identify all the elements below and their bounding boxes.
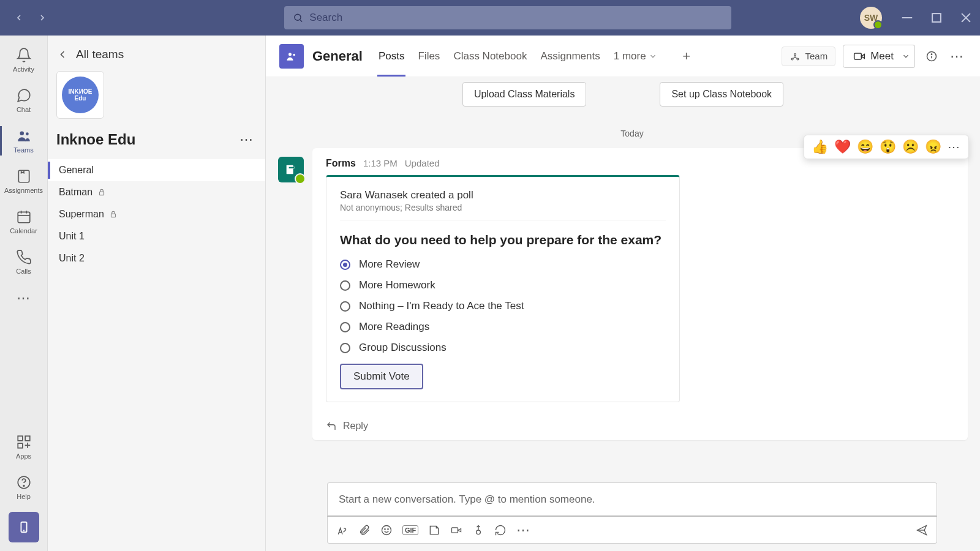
compose-input[interactable]: Start a new conversation. Type @ to ment… [327, 482, 937, 517]
svg-point-39 [477, 530, 481, 534]
channel-info-button[interactable] [922, 47, 941, 66]
window-close[interactable] [959, 11, 973, 24]
message-sender[interactable]: Forms [326, 158, 356, 169]
tab-class-notebook[interactable]: Class Notebook [452, 36, 528, 77]
org-visibility-button[interactable]: Team [782, 47, 836, 66]
mobile-icon [17, 520, 31, 534]
channel-unit-2[interactable]: Unit 2 [48, 247, 265, 269]
titlebar: SW [0, 0, 980, 36]
meet-dropdown[interactable] [897, 45, 915, 68]
rail-mobile-button[interactable] [9, 512, 39, 542]
team-btn-label: Team [805, 51, 828, 61]
composer: Start a new conversation. Type @ to ment… [327, 482, 937, 544]
channel-more-button[interactable]: ⋯ [948, 47, 967, 66]
reply-button[interactable]: Reply [312, 414, 968, 440]
poll-option[interactable]: More Review [340, 258, 666, 271]
team-logo-line: INKИOE [69, 88, 92, 95]
loop-icon[interactable] [494, 524, 507, 536]
team-avatar[interactable]: INKИOE Edu [56, 71, 104, 119]
attach-icon[interactable] [358, 524, 371, 536]
rail-label: Calendar [10, 227, 37, 234]
channel-general[interactable]: General [48, 159, 265, 181]
emoji-icon[interactable] [380, 524, 393, 536]
radio-button[interactable] [340, 280, 350, 291]
radio-button[interactable] [340, 260, 350, 270]
rail-help[interactable]: Help [0, 471, 47, 511]
team-icon [285, 50, 298, 62]
meet-button[interactable]: Meet [843, 45, 904, 68]
svg-line-1 [300, 20, 302, 21]
tab-more[interactable]: 1 more [612, 36, 658, 77]
rail-more-icon[interactable]: ⋯ [15, 289, 33, 307]
rail-chat[interactable]: Chat [0, 81, 47, 120]
search-box[interactable] [284, 6, 731, 29]
poll-question: What do you need to help you prepare for… [340, 231, 666, 249]
svg-rect-37 [452, 527, 458, 532]
send-icon[interactable] [916, 524, 928, 536]
poll-option-label: Group Discussions [359, 342, 447, 354]
reaction-angry[interactable]: 😠 [925, 139, 941, 155]
channel-label: Unit 1 [59, 231, 85, 242]
svg-point-0 [295, 14, 301, 20]
upload-class-materials-button[interactable]: Upload Class Materials [462, 82, 587, 107]
team-title: Inknoe Edu [56, 131, 239, 148]
chat-icon [16, 88, 32, 103]
channel-label: Unit 2 [59, 253, 85, 264]
rail-teams[interactable]: Teams [0, 121, 47, 160]
reaction-sad[interactable]: ☹️ [902, 139, 919, 155]
channel-title: General [312, 48, 363, 64]
reaction-like[interactable]: 👍 [812, 139, 828, 155]
poll-option[interactable]: Nothing – I'm Ready to Ace the Test [340, 300, 666, 312]
radio-button[interactable] [340, 343, 350, 353]
all-teams-button[interactable]: All teams [48, 36, 265, 67]
window-minimize[interactable] [900, 11, 914, 24]
svg-point-35 [385, 528, 385, 529]
search-input[interactable] [309, 12, 723, 24]
poll-option[interactable]: Group Discussions [340, 342, 666, 354]
user-avatar[interactable]: SW [860, 7, 882, 29]
poll-option[interactable]: More Readings [340, 321, 666, 333]
reaction-surprised[interactable]: 😲 [880, 139, 896, 155]
assignments-icon [16, 168, 32, 184]
rail-label: Assignments [4, 187, 43, 194]
tab-posts[interactable]: Posts [377, 36, 406, 77]
format-icon[interactable] [336, 524, 349, 536]
sticker-icon[interactable] [428, 524, 440, 536]
poll-settings: Not anonymous; Results shared [340, 203, 666, 220]
reaction-laugh[interactable]: 😄 [857, 139, 873, 155]
setup-class-notebook-button[interactable]: Set up Class Notebook [660, 82, 783, 107]
radio-button[interactable] [340, 301, 350, 312]
submit-vote-button[interactable]: Submit Vote [340, 364, 423, 389]
rail-calls[interactable]: Calls [0, 242, 47, 282]
rail-label: Apps [16, 452, 31, 460]
channel-batman[interactable]: Batman [48, 181, 265, 203]
rail-calendar[interactable]: Calendar [0, 202, 47, 241]
svg-rect-33 [288, 167, 294, 168]
meet-now-icon[interactable] [450, 524, 462, 536]
nav-forward-button[interactable] [33, 9, 51, 27]
svg-rect-21 [111, 214, 115, 217]
nav-back-button[interactable] [10, 9, 28, 27]
rail-assignments[interactable]: Assignments [0, 162, 47, 201]
reaction-bar: 👍 ❤️ 😄 😲 ☹️ 😠 ⋯ [804, 135, 969, 159]
message-more-actions[interactable]: ⋯ [948, 140, 961, 154]
rail-apps[interactable]: Apps [0, 431, 47, 470]
svg-marker-38 [458, 528, 461, 531]
channel-unit-1[interactable]: Unit 1 [48, 225, 265, 247]
channel-header: General Posts Files Class Notebook Assig… [266, 36, 980, 77]
gif-icon[interactable]: GIF [402, 525, 418, 535]
rail-activity[interactable]: Activity [0, 40, 47, 80]
svg-point-7 [26, 132, 29, 135]
radio-button[interactable] [340, 322, 350, 332]
lock-icon [109, 210, 118, 219]
stream-icon[interactable] [472, 524, 484, 536]
add-tab-button[interactable]: + [678, 48, 695, 65]
channel-superman[interactable]: Superman [48, 203, 265, 225]
reaction-heart[interactable]: ❤️ [834, 139, 851, 155]
window-maximize[interactable] [930, 11, 943, 24]
channel-label: General [59, 165, 94, 176]
tab-files[interactable]: Files [417, 36, 441, 77]
tab-assignments[interactable]: Assignments [539, 36, 601, 77]
svg-point-24 [794, 53, 796, 55]
poll-option[interactable]: More Homework [340, 279, 666, 291]
